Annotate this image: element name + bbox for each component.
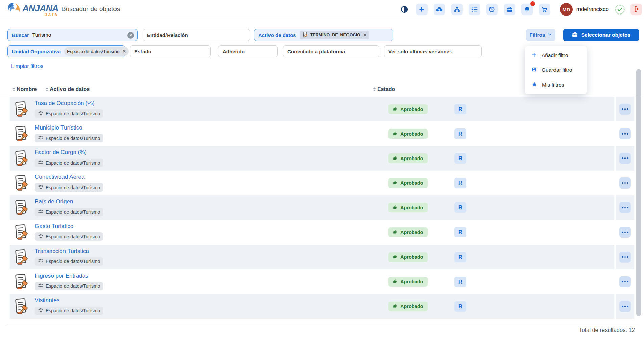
versiones-field[interactable]: Ver solo últimas versiones <box>384 45 482 57</box>
lineage-button[interactable] <box>451 4 463 15</box>
business-term-icon <box>14 249 29 267</box>
thumbs-up-icon <box>393 254 400 260</box>
business-term-icon <box>14 174 29 193</box>
data-asset-chip[interactable]: TERMINO_DE_NEGOCIO ✕ <box>300 31 370 39</box>
row-divider <box>614 171 616 195</box>
clear-icon[interactable]: ✕ <box>127 32 134 39</box>
row-actions-button[interactable] <box>619 276 631 287</box>
users-icon <box>38 209 46 215</box>
menu-item-guardar-filtro[interactable]: Guardar filtro <box>525 63 587 78</box>
row-actions-button[interactable] <box>619 153 631 164</box>
adherido-placeholder: Adherido <box>223 49 245 54</box>
history-button[interactable] <box>486 4 498 15</box>
row-actions-button[interactable] <box>619 202 631 213</box>
menu-item-mis-filtros[interactable]: Mis filtros <box>525 78 587 92</box>
object-name-link[interactable]: Visitantes <box>35 297 59 304</box>
logout-button[interactable] <box>630 4 642 15</box>
upload-button[interactable] <box>434 4 445 15</box>
row-actions-button[interactable] <box>619 128 631 139</box>
filtros-dropdown-menu: Añadir filtro Guardar filtro Mis filtros <box>525 46 587 94</box>
resource-badge[interactable]: R <box>454 227 466 237</box>
column-header-nombre[interactable]: Nombre <box>12 86 37 92</box>
avatar[interactable]: MD <box>560 3 573 16</box>
filtros-button[interactable]: Filtros <box>526 29 555 41</box>
object-name-link[interactable]: Gasto Turístico <box>35 223 73 230</box>
table-row: Transacción Turística Espacio de datos/T… <box>10 245 634 269</box>
workspace-badge: Espacio de datos/Turismo <box>35 109 103 118</box>
search-value: Turismo <box>32 32 51 38</box>
table-row: Conectividad Aérea Espacio de datos/Turi… <box>10 171 634 195</box>
resource-badge[interactable]: R <box>454 277 466 287</box>
column-header-estado[interactable]: Estado <box>373 86 395 92</box>
top-bar: ANJANA DATA Buscador de objetos <box>0 0 644 19</box>
resource-badge[interactable]: R <box>454 178 466 188</box>
object-name-link[interactable]: Conectividad Aérea <box>35 174 84 180</box>
status-label: Aprobado <box>400 131 423 137</box>
row-divider <box>614 97 616 121</box>
org-unit-chip[interactable]: Espacio de datos/Turismo ✕ <box>64 47 129 56</box>
anjana-logo[interactable]: ANJANA DATA <box>6 1 58 19</box>
search-field[interactable]: Buscar Turismo ✕ <box>7 29 138 41</box>
status-label: Aprobado <box>400 107 423 112</box>
object-name-link[interactable]: Factor de Carga (%) <box>35 149 87 156</box>
object-name-link[interactable]: País de Origen <box>35 198 73 205</box>
workspace-label: Espacio de datos/Turismo <box>46 209 100 215</box>
column-header-activo-de-datos[interactable]: Activo de datos <box>46 86 90 92</box>
entity-relation-field[interactable]: Entidad/Relación <box>143 29 250 41</box>
add-button[interactable] <box>416 4 428 15</box>
object-name-link[interactable]: Municipio Turístico <box>35 124 82 131</box>
sort-icon <box>12 87 15 91</box>
limpiar-filtros-link[interactable]: Limpiar filtros <box>11 63 43 69</box>
workspace-badge: Espacio de datos/Turismo <box>35 208 103 216</box>
workspace-label: Espacio de datos/Turismo <box>46 308 100 313</box>
contrast-toggle-icon[interactable] <box>398 4 410 15</box>
close-icon[interactable]: ✕ <box>363 32 367 38</box>
seleccionar-objetos-button[interactable]: Seleccionar objetos <box>563 29 639 41</box>
object-name-link[interactable]: Ingreso por Entradas <box>35 273 88 279</box>
tasks-button[interactable] <box>469 4 480 15</box>
anjana-logo-icon <box>6 1 22 19</box>
menu-item-label: Mis filtros <box>542 82 564 88</box>
object-name-link[interactable]: Tasa de Ocupación (%) <box>35 100 95 107</box>
scrollbar-thumb[interactable] <box>636 69 641 316</box>
brand-sub: DATA <box>45 13 58 17</box>
workspace-badge: Espacio de datos/Turismo <box>35 134 103 142</box>
briefcase-button[interactable] <box>504 4 515 15</box>
adherido-field[interactable]: Adherido <box>218 45 278 57</box>
status-badge: Aprobado <box>388 227 428 237</box>
avatar-initials: MD <box>562 7 570 12</box>
workspace-label: Espacio de datos/Turismo <box>46 160 100 166</box>
object-name-link[interactable]: Transacción Turística <box>35 248 89 255</box>
resource-badge[interactable]: R <box>454 252 466 262</box>
menu-item-anadir-filtro[interactable]: Añadir filtro <box>525 48 587 63</box>
resource-badge[interactable]: R <box>454 128 466 139</box>
resource-badge[interactable]: R <box>454 301 466 312</box>
business-term-icon <box>14 224 29 242</box>
thumbs-up-icon <box>393 229 400 235</box>
resource-badge[interactable]: R <box>454 153 466 164</box>
data-asset-field[interactable]: Activo de datos TERMINO_DE_NEGOCIO ✕ <box>254 29 393 41</box>
thumbs-up-icon <box>393 205 400 211</box>
status-label: Aprobado <box>400 279 423 284</box>
total-results: Total de resultados: 12 <box>579 327 635 333</box>
row-actions-button[interactable] <box>619 252 631 263</box>
status-label: Aprobado <box>400 180 423 186</box>
org-unit-field[interactable]: Unidad Organizativa Espacio de datos/Tur… <box>7 45 125 57</box>
sort-icon <box>373 87 376 91</box>
results-table: Tasa de Ocupación (%) Espacio de datos/T… <box>10 97 634 319</box>
row-actions-button[interactable] <box>619 177 631 189</box>
business-term-icon <box>302 32 310 39</box>
workspace-label: Espacio de datos/Turismo <box>46 234 100 239</box>
row-actions-button[interactable] <box>619 301 631 312</box>
resource-badge[interactable]: R <box>454 202 466 213</box>
estado-field[interactable]: Estado <box>130 45 211 57</box>
cart-button[interactable] <box>539 4 550 15</box>
resource-badge[interactable]: R <box>454 104 466 114</box>
row-actions-button[interactable] <box>619 104 631 115</box>
menu-item-label: Añadir filtro <box>542 52 568 58</box>
org-unit-label: Unidad Organizativa <box>12 49 61 54</box>
notifications-button[interactable] <box>521 4 533 15</box>
conectado-field[interactable]: Conectado a plataforma <box>283 45 379 57</box>
row-actions-button[interactable] <box>619 227 631 238</box>
close-icon[interactable]: ✕ <box>122 49 126 54</box>
